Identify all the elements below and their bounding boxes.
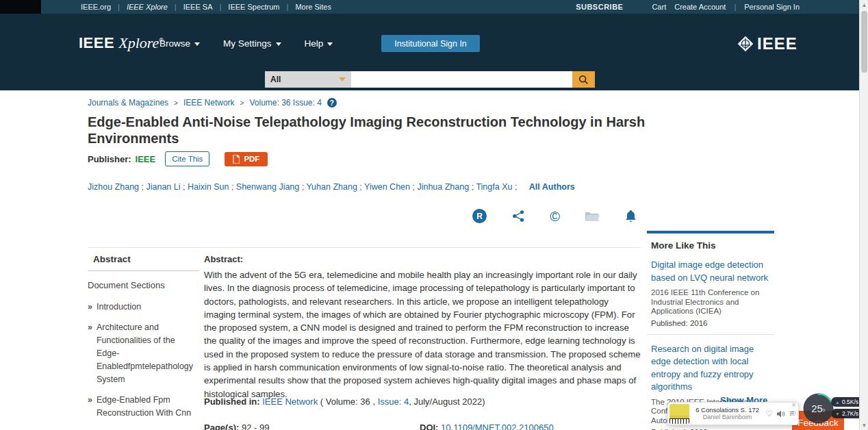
author-link[interactable]: Jinhua Zhang [417,182,476,192]
pdf-file-icon [233,155,240,164]
section-item-architecture[interactable]: » Architecture and Functionalities of th… [88,321,199,386]
advanced-search-link[interactable]: ADVANCED SEARCH [411,92,596,99]
publisher-row: Publisher: IEEE Cite This PDF [88,151,268,166]
scroll-up-arrow[interactable]: ▲ [860,0,868,10]
doi-link[interactable]: 10.1109/MNET.002.2100650 [441,422,554,430]
rights-icon[interactable]: R [472,209,487,223]
main-nav: Browse My Settings Help [159,38,333,49]
more-like-this-title: More Like This [647,233,774,259]
author-link[interactable]: Tingfa Xu [476,182,519,192]
journal-link[interactable]: IEEE Network [262,396,318,407]
tab-abstract[interactable]: Abstract [88,252,199,271]
author-link[interactable]: Yuhan Zhang [306,182,364,192]
folder-icon[interactable] [585,210,600,222]
chevron-down-icon [327,42,333,46]
breadcrumb: Journals & Magazines > IEEE Network > Vo… [88,98,337,108]
divider: | [118,3,120,11]
link-ieee-org[interactable]: IEEE.org [81,3,111,11]
share-icon[interactable] [512,210,525,223]
link-more-sites[interactable]: More Sites [295,3,331,11]
scrollbar[interactable]: ▲ ▼ [859,0,868,430]
speaker-icon[interactable] [777,410,785,418]
nav-browse[interactable]: Browse [159,38,200,49]
section-item-edge-enabled-fpm[interactable]: » Edge-Enabled Fpm Reconstruction With C… [88,394,199,420]
section-label: Introduction [97,301,141,314]
document-sidebar: Abstract Document Sections » Introductio… [88,252,199,430]
search-bar: All [265,71,595,88]
breadcrumb-volume-issue[interactable]: Volume: 36 Issue: 4 [249,98,321,108]
related-article-link[interactable]: Digital image edge detection based on LV… [651,259,774,284]
pdf-button[interactable]: PDF [225,152,268,166]
pdf-button-label: PDF [244,155,259,163]
chevron-down-icon [194,42,200,46]
section-item-experimental-results[interactable]: » Experimental Results and Discussion [88,427,199,430]
logo-text-ieee: IEEE [79,34,114,51]
pages-value: 92 - 99 [242,422,269,430]
breadcrumb-journals[interactable]: Journals & Magazines [88,98,168,108]
countdown-text: 25s [802,392,834,425]
divider: | [287,3,289,11]
institutional-sign-in-button[interactable]: Institutional Sign In [381,35,480,52]
close-icon[interactable]: × [792,401,796,408]
search-button[interactable] [572,71,595,88]
search-scope-dropdown[interactable]: All [265,71,351,88]
site-links: IEEE.org | IEEE Xplore | IEEE SA | IEEE … [81,0,331,14]
search-scope-value: All [270,75,281,84]
countdown-unit: s [823,407,826,413]
brand-word: IEEE [757,34,797,53]
doi-label: DOI: [420,422,438,430]
abstract-text: With the advent of the 5G era, telemedic… [204,268,642,401]
page-title: Edge-Enabled Anti-Noise Telepathology Im… [88,114,649,147]
issue-link[interactable]: Issue: 4 [378,396,409,407]
cite-this-button[interactable]: Cite This [165,151,209,166]
author-link[interactable]: Shenwang Jiang [236,182,307,192]
album-art [669,404,689,424]
chevron-down-icon [339,77,346,81]
copyright-icon[interactable]: © [550,210,560,223]
author-link[interactable]: Yiwen Chen [364,182,417,192]
search-input[interactable] [351,71,572,88]
account-links: SUBSCRIBE Cart Create Account | Personal… [576,0,800,14]
author-link[interactable]: Jizhou Zhang [88,182,146,192]
publisher-name: IEEE [136,154,156,164]
volume-text: ( Volume: 36 , [320,396,375,407]
related-article-link[interactable]: Research on digital image edge detection… [651,343,774,394]
heart-icon[interactable]: ♡ [765,409,773,418]
related-article-published: Published: 2016 [651,319,774,327]
breadcrumb-ieee-network[interactable]: IEEE Network [183,98,235,108]
pin-checkbox[interactable] [791,411,795,416]
chevrons-right-icon: » [88,427,92,430]
link-ieee-xplore[interactable]: IEEE Xplore [127,3,168,11]
cart-link[interactable]: Cart [652,3,666,11]
bell-icon[interactable] [625,210,637,223]
scroll-down-arrow[interactable]: ▼ [860,420,868,430]
publisher-label: Publisher: [88,154,131,164]
nav-my-settings[interactable]: My Settings [223,38,281,49]
upload-speed-value: 0.5K/s [842,399,858,405]
countdown-value: 25 [811,403,823,414]
search-icon [578,75,589,85]
section-item-introduction[interactable]: » Introduction [88,301,199,314]
logo-text-xplore: Xplore [118,34,159,51]
chevrons-right-icon: » [88,301,92,314]
author-link[interactable]: Jianan Li [146,182,187,192]
subscribe-link[interactable]: SUBSCRIBE [576,3,623,11]
author-link[interactable]: Haixin Sun [188,182,236,192]
arrow-up-icon: ▲ [835,400,840,405]
countdown-badge[interactable]: 25s [802,392,834,425]
nav-help[interactable]: Help [305,38,333,49]
help-icon[interactable]: ? [327,98,337,108]
personal-sign-in-link[interactable]: Personal Sign In [744,3,800,11]
ieee-xplore-logo[interactable]: IEEE Xplore® [79,34,164,52]
link-ieee-sa[interactable]: IEEE SA [183,3,213,11]
pages-label: Page(s): [204,422,239,430]
link-ieee-spectrum[interactable]: IEEE Spectrum [228,3,279,11]
chevrons-right-icon: » [88,394,92,420]
create-account-link[interactable]: Create Account [674,3,726,11]
ieee-diamond-icon [737,35,754,53]
action-icon-row: R © [472,209,637,223]
scrollbar-thumb[interactable] [861,11,867,73]
ieee-brand-logo[interactable]: IEEE [737,34,797,53]
all-authors-link[interactable]: All Authors [529,182,575,192]
track-info: 6 Consolations S. 172 Daniel Barenboim [693,406,761,421]
